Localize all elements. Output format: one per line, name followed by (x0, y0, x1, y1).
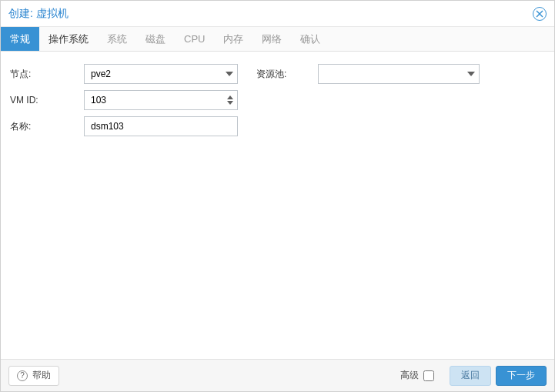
node-label: 节点: (10, 68, 84, 81)
advanced-toggle[interactable]: 高级 (400, 369, 434, 382)
titlebar: 创建: 虚拟机 (1, 1, 554, 27)
create-vm-dialog: 创建: 虚拟机 常规 操作系统 系统 磁盘 CPU 内存 网络 确认 节点: V… (0, 0, 555, 392)
back-button[interactable]: 返回 (450, 366, 491, 386)
pool-field (318, 64, 480, 84)
right-column: 资源池: (256, 64, 480, 84)
spinner-up-icon (227, 95, 233, 99)
window-title: 创建: 虚拟机 (8, 7, 69, 21)
help-label: 帮助 (32, 369, 51, 382)
node-field (84, 64, 238, 84)
tab-system: 系统 (98, 27, 136, 51)
name-label: 名称: (10, 120, 84, 133)
close-button[interactable] (533, 7, 547, 21)
name-input[interactable] (84, 116, 238, 136)
help-icon: ? (17, 370, 28, 381)
tab-cpu: CPU (175, 27, 214, 51)
vmid-spinner[interactable] (222, 90, 238, 110)
close-icon (536, 10, 543, 18)
tab-confirm: 确认 (291, 27, 329, 51)
vmid-input[interactable] (84, 90, 238, 110)
footer: ? 帮助 高级 返回 下一步 (1, 359, 554, 391)
form-content: 节点: VM ID: 名称: 资源池: (1, 52, 554, 359)
node-dropdown-trigger[interactable] (221, 64, 238, 84)
tab-general[interactable]: 常规 (1, 27, 39, 51)
vmid-field (84, 90, 238, 110)
vmid-label: VM ID: (10, 95, 84, 106)
chevron-down-icon (467, 70, 475, 78)
pool-label: 资源池: (256, 68, 318, 81)
help-button[interactable]: ? 帮助 (8, 366, 59, 386)
tab-disks: 磁盘 (136, 27, 175, 51)
spinner-down-icon (227, 101, 233, 105)
left-column: 节点: VM ID: 名称: (10, 64, 238, 136)
next-button[interactable]: 下一步 (496, 366, 547, 386)
name-field (84, 116, 238, 136)
chevron-down-icon (226, 70, 233, 78)
pool-dropdown-trigger[interactable] (463, 64, 480, 84)
node-input[interactable] (84, 64, 238, 84)
tab-memory: 内存 (214, 27, 252, 51)
advanced-checkbox[interactable] (423, 370, 434, 381)
tab-os[interactable]: 操作系统 (39, 27, 98, 51)
tab-network: 网络 (252, 27, 291, 51)
wizard-tabs: 常规 操作系统 系统 磁盘 CPU 内存 网络 确认 (1, 27, 554, 52)
pool-input[interactable] (318, 64, 480, 84)
advanced-label: 高级 (400, 369, 419, 382)
